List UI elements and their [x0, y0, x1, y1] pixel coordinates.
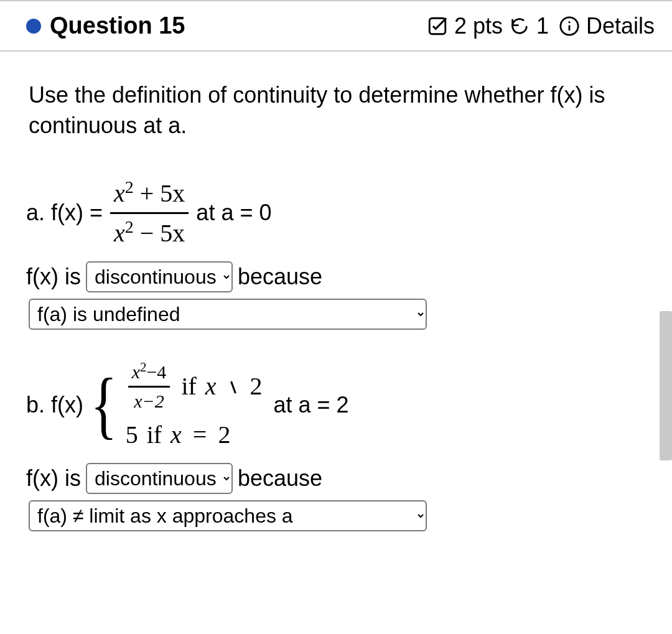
- page: Question 15 2 pts 1: [0, 0, 672, 560]
- retry-icon: [509, 16, 530, 37]
- because-label-a: because: [238, 262, 322, 292]
- because-label-b: because: [238, 464, 322, 494]
- fx-is-label-b: f(x) is: [26, 464, 81, 494]
- left-brace-icon: {: [90, 373, 117, 437]
- details-link[interactable]: Details: [586, 13, 655, 39]
- question-header: Question 15 2 pts 1: [0, 0, 672, 52]
- part-b: b. f(x) { x2−4 x−2 if x ≠: [26, 358, 647, 452]
- part-a-fraction: x2 + 5x x2 − 5x: [110, 175, 189, 250]
- status-dot-icon: [26, 19, 41, 34]
- attempts-label: 1: [536, 13, 549, 39]
- part-a-answer-block: f(x) is continuousdiscontinuous because …: [26, 260, 647, 331]
- part-a-at: at a = 0: [196, 198, 271, 228]
- part-b-reason-select[interactable]: f(a) is undefinedf(a) ≠ limit as x appro…: [29, 500, 427, 531]
- part-b-at: at a = 2: [274, 390, 349, 421]
- part-b-case1-fraction: x2−4 x−2: [128, 358, 170, 414]
- question-title: Question 15: [50, 12, 185, 39]
- scrollbar-thumb[interactable]: [660, 311, 672, 460]
- header-right: 2 pts 1 Details: [427, 13, 655, 39]
- part-a: a. f(x) = x2 + 5x x2 − 5x at a = 0: [26, 175, 647, 250]
- question-prompt: Use the definition of continuity to dete…: [29, 80, 647, 141]
- points-label: 2 pts: [454, 13, 503, 39]
- piecewise-icon: { x2−4 x−2 if x ≠ 2: [86, 358, 263, 452]
- piecewise-cases: x2−4 x−2 if x ≠ 2 5 if: [126, 358, 263, 452]
- header-left: Question 15: [26, 12, 185, 39]
- part-b-label: b. f(x): [26, 390, 83, 421]
- info-icon[interactable]: [559, 16, 580, 37]
- part-b-continuity-select[interactable]: continuousdiscontinuous: [86, 463, 233, 494]
- question-body: Use the definition of continuity to dete…: [0, 52, 672, 560]
- part-a-continuity-select[interactable]: continuousdiscontinuous: [86, 261, 233, 292]
- part-a-reason-select[interactable]: f(a) is undefinedf(a) ≠ limit as x appro…: [29, 299, 427, 330]
- checkbox-icon: [427, 16, 448, 37]
- svg-point-2: [568, 21, 570, 23]
- part-a-label: a. f(x) =: [26, 198, 103, 228]
- fx-is-label-a: f(x) is: [26, 262, 81, 292]
- part-b-answer-block: f(x) is continuousdiscontinuous because …: [26, 462, 647, 533]
